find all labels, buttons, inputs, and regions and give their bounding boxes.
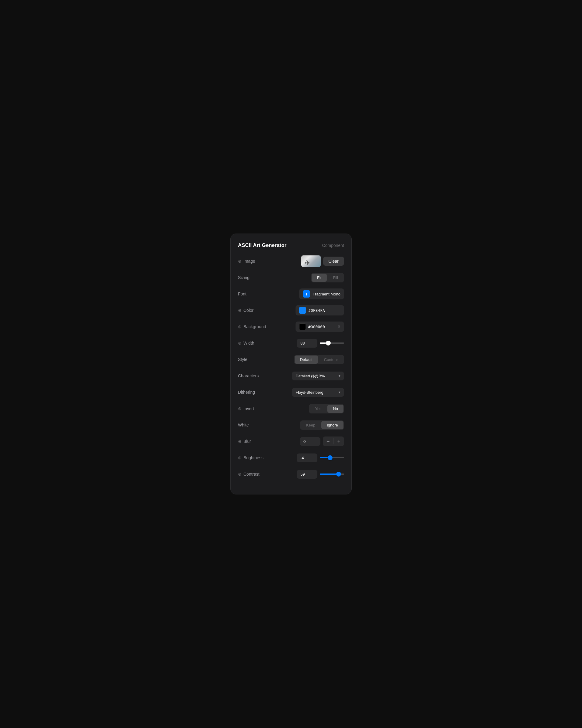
image-plus-icon[interactable]: ⊕ xyxy=(238,259,242,264)
style-segmented: Default Contour xyxy=(294,355,344,364)
blur-input[interactable]: 0 xyxy=(300,437,321,446)
width-row: ⊕ Width 88 xyxy=(238,337,344,349)
invert-row: ⊕ Invert Yes No xyxy=(238,402,344,415)
image-controls: Clear xyxy=(301,255,344,267)
characters-chevron-icon: ▾ xyxy=(339,374,340,378)
font-controls: T Fragment Mono xyxy=(299,288,344,300)
brightness-slider[interactable] xyxy=(320,457,344,458)
image-label: ⊕ Image xyxy=(238,259,255,264)
blur-minus-button[interactable]: − xyxy=(323,437,333,446)
style-controls: Default Contour xyxy=(294,355,344,364)
width-plus-icon[interactable]: ⊕ xyxy=(238,341,242,345)
width-slider-thumb[interactable] xyxy=(326,341,331,345)
ignore-button[interactable]: Ignore xyxy=(321,421,343,429)
white-controls: Keep Ignore xyxy=(300,420,344,430)
blur-row: ⊕ Blur 0 − + xyxy=(238,435,344,447)
white-label: White xyxy=(238,422,249,427)
blur-label: ⊕ Blur xyxy=(238,439,251,444)
width-label: ⊕ Width xyxy=(238,341,254,345)
brightness-slider-thumb[interactable] xyxy=(328,455,333,460)
brightness-slider-track xyxy=(320,457,344,458)
style-label: Style xyxy=(238,357,247,362)
invert-label: ⊕ Invert xyxy=(238,406,254,411)
blur-plus-icon[interactable]: ⊕ xyxy=(238,439,242,444)
keep-button[interactable]: Keep xyxy=(301,421,321,429)
background-row: ⊕ Background #000000 × xyxy=(238,321,344,333)
clear-button[interactable]: Clear xyxy=(323,257,344,266)
characters-value: Detailed ($@B%... xyxy=(296,374,328,378)
airplane-icon xyxy=(305,258,317,264)
sizing-label: Sizing xyxy=(238,275,249,280)
fit-button[interactable]: Fit xyxy=(312,274,327,282)
image-row: ⊕ Image Clear xyxy=(238,255,344,267)
contrast-slider[interactable] xyxy=(320,473,344,475)
color-plus-icon[interactable]: ⊕ xyxy=(238,308,242,313)
background-clear-button[interactable]: × xyxy=(338,324,340,330)
contrast-plus-icon[interactable]: ⊕ xyxy=(238,472,242,476)
brightness-input[interactable]: -4 xyxy=(297,453,317,462)
invert-controls: Yes No xyxy=(309,404,344,413)
contrast-slider-track xyxy=(320,473,344,475)
panel-header: ASCII Art Generator Component xyxy=(238,242,344,249)
invert-plus-icon[interactable]: ⊕ xyxy=(238,406,242,411)
dithering-chevron-icon: ▾ xyxy=(339,390,340,394)
default-button[interactable]: Default xyxy=(295,356,318,364)
invert-no-button[interactable]: No xyxy=(327,405,343,413)
contrast-label: ⊕ Contrast xyxy=(238,472,259,476)
brightness-controls: -4 xyxy=(297,453,344,462)
contrast-input[interactable]: 59 xyxy=(297,470,317,479)
dithering-row: Dithering Floyd-Steinberg ▾ xyxy=(238,386,344,398)
width-input[interactable]: 88 xyxy=(297,339,317,347)
color-row: ⊕ Color #0F84FA xyxy=(238,304,344,316)
dithering-dropdown[interactable]: Floyd-Steinberg ▾ xyxy=(292,388,344,397)
background-plus-icon[interactable]: ⊕ xyxy=(238,324,242,329)
font-selector[interactable]: T Fragment Mono xyxy=(299,288,344,300)
white-segmented: Keep Ignore xyxy=(300,420,344,430)
brightness-plus-icon[interactable]: ⊕ xyxy=(238,455,242,460)
dithering-value: Floyd-Steinberg xyxy=(296,390,324,395)
panel-title: ASCII Art Generator xyxy=(238,242,286,249)
background-input[interactable]: #000000 × xyxy=(296,321,344,332)
font-icon: T xyxy=(303,290,310,297)
brightness-row: ⊕ Brightness -4 xyxy=(238,452,344,464)
sizing-controls: Fit Fill xyxy=(311,273,344,282)
background-controls: #000000 × xyxy=(296,321,344,332)
color-controls: #0F84FA xyxy=(296,305,344,315)
sizing-segmented: Fit Fill xyxy=(311,273,344,282)
dithering-controls: Floyd-Steinberg ▾ xyxy=(292,388,344,397)
characters-controls: Detailed ($@B%... ▾ xyxy=(292,371,344,381)
characters-row: Characters Detailed ($@B%... ▾ xyxy=(238,370,344,382)
characters-dropdown[interactable]: Detailed ($@B%... ▾ xyxy=(292,371,344,381)
width-slider-track xyxy=(320,342,344,344)
background-swatch xyxy=(299,323,306,330)
background-hex: #000000 xyxy=(308,324,325,329)
font-row: Font T Fragment Mono xyxy=(238,288,344,300)
color-hex: #0F84FA xyxy=(308,308,325,313)
width-controls: 88 xyxy=(297,339,344,347)
blur-stepper: − + xyxy=(323,437,344,446)
contour-button[interactable]: Contour xyxy=(318,356,343,364)
panel-subtitle: Component xyxy=(322,243,344,248)
background-label: ⊕ Background xyxy=(238,324,266,329)
font-label: Font xyxy=(238,291,246,296)
blur-controls: 0 − + xyxy=(300,437,344,446)
dithering-label: Dithering xyxy=(238,390,255,395)
contrast-controls: 59 xyxy=(297,470,344,479)
white-row: White Keep Ignore xyxy=(238,419,344,431)
width-slider[interactable] xyxy=(320,342,344,344)
blur-plus-button[interactable]: + xyxy=(333,437,344,446)
image-thumbnail xyxy=(301,255,321,267)
image-preview[interactable] xyxy=(301,255,321,267)
contrast-slider-fill xyxy=(320,473,339,475)
contrast-slider-thumb[interactable] xyxy=(336,472,341,476)
characters-label: Characters xyxy=(238,373,258,378)
fill-button[interactable]: Fill xyxy=(327,274,343,282)
invert-segmented: Yes No xyxy=(309,404,344,413)
color-input[interactable]: #0F84FA xyxy=(296,305,344,315)
font-name: Fragment Mono xyxy=(312,292,340,296)
style-row: Style Default Contour xyxy=(238,354,344,365)
color-swatch xyxy=(299,307,306,314)
brightness-label: ⊕ Brightness xyxy=(238,455,264,460)
sizing-row: Sizing Fit Fill xyxy=(238,271,344,284)
invert-yes-button[interactable]: Yes xyxy=(309,405,327,413)
